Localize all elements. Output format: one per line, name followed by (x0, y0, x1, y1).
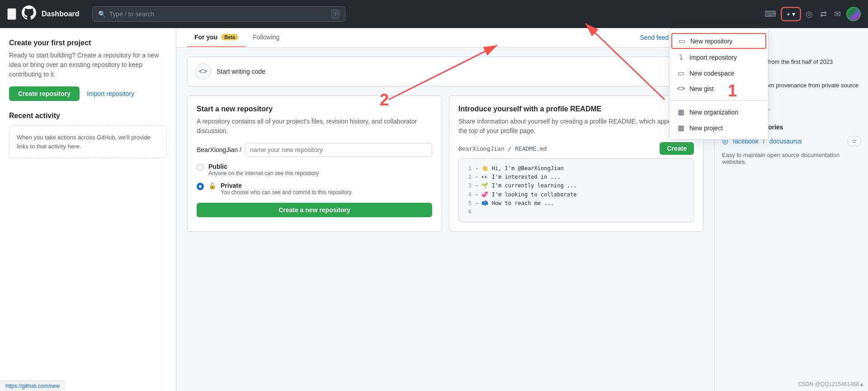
new-repo-card: Start a new repository A repository cont… (187, 95, 442, 232)
code-line: 4- 💞️ I'm looking to collaborate (464, 191, 688, 199)
visibility-radio-group: Public Anyone on the internet can see th… (197, 163, 432, 196)
sidebar: Create your first project Ready to start… (0, 28, 176, 391)
explore-repo-name[interactable]: docusaurus (769, 138, 802, 145)
private-radio[interactable] (197, 183, 204, 190)
public-radio-item[interactable]: Public Anyone on the internet can see th… (197, 163, 432, 176)
readme-top: BearXiongJian / README.md Create (458, 142, 694, 155)
search-bar[interactable]: 🔍 Type / to search / (92, 6, 345, 22)
cards-row: Start a new repository A repository cont… (187, 95, 703, 232)
tab-following[interactable]: Following (245, 28, 287, 47)
lock-icon: 🔒 (208, 182, 216, 189)
dropdown-item-label: Import repository (689, 54, 737, 61)
create-readme-button[interactable]: Create (660, 142, 694, 155)
start-writing-code-card[interactable]: <> Start writing code (187, 57, 703, 86)
dropdown-item-icon: ▭ (678, 37, 686, 45)
line-number: 4 (464, 191, 472, 199)
dropdown-item-icon: <> (677, 85, 685, 93)
dropdown-item-import-repository[interactable]: ⤵ Import repository (670, 50, 768, 65)
header: ☰ Dashboard 🔍 Type / to search / ⌨ + ▾ ◎… (0, 0, 868, 28)
sidebar-desc: Ready to start building? Create a reposi… (9, 51, 167, 79)
line-number: 6 (464, 208, 472, 216)
dropdown-item-new-repository[interactable]: ▭ New repository (671, 33, 766, 49)
dropdown-item-icon: ▦ (677, 108, 685, 116)
line-content: - 📫 How to reach me ... (475, 199, 554, 208)
feed: <> Start writing code Start a new reposi… (176, 48, 714, 241)
line-number: 2 (464, 173, 472, 181)
notifications-button[interactable]: ◎ (804, 7, 815, 21)
github-logo[interactable] (22, 5, 36, 23)
repo-name-input[interactable] (245, 143, 432, 157)
recent-activity-title: Recent activity (9, 112, 167, 120)
plus-dropdown-button[interactable]: + ▾ (782, 8, 800, 20)
page-title: Dashboard (42, 10, 80, 18)
create-repository-button[interactable]: Create repository (9, 86, 80, 101)
code-line: 2- 👀 I'm interested in ... (464, 173, 688, 181)
readme-code-block: 1- 👋 Hi, I'm @BearXiongJian2- 👀 I'm inte… (458, 158, 694, 222)
readme-title: Introduce yourself with a profile README (458, 105, 694, 113)
readme-path: BearXiongJian / README.md (458, 145, 547, 152)
dropdown-item-label: New repository (690, 38, 732, 45)
new-repo-title: Start a new repository (197, 105, 432, 113)
line-content: - 👋 Hi, I'm @BearXiongJian (475, 164, 564, 173)
code-line: 6 (464, 208, 688, 216)
line-content: - 👀 I'm interested in ... (475, 173, 560, 181)
explore-items: ◎ facebook / docusaurus ☆ Easy to mainta… (722, 136, 861, 165)
tab-for-you-label: For you (194, 33, 217, 41)
search-icon: 🔍 (98, 10, 106, 18)
dropdown-item-label: New organization (689, 109, 738, 116)
line-number: 5 (464, 199, 472, 208)
new-repo-desc: A repository contains all of your projec… (197, 117, 432, 136)
explore-item: ◎ facebook / docusaurus ☆ Easy to mainta… (722, 136, 861, 165)
code-icon: <> (195, 63, 211, 80)
tab-following-label: Following (253, 33, 279, 41)
avatar-button[interactable] (846, 7, 861, 21)
inbox-button[interactable]: ✉ (832, 7, 843, 21)
main-content: For you Beta Following Send feedback Fil… (176, 28, 714, 391)
terminal-button[interactable]: ⌨ (763, 7, 778, 21)
dropdown-menu: ▭ New repository ⤵ Import repository ▭ N… (669, 28, 769, 140)
dropdown-item-icon: ⤵ (677, 53, 685, 62)
watermark: CSDN @QQ1215461468▲ (798, 381, 864, 387)
dropdown-item-new-gist[interactable]: <> New gist (670, 81, 768, 96)
code-line: 3- 🌱 I'm currently learning ... (464, 181, 688, 190)
tabs-bar: For you Beta Following Send feedback Fil… (176, 28, 714, 48)
create-new-repo-button[interactable]: Create a new repository (197, 203, 432, 217)
header-actions: ⌨ + ▾ ◎ ⇄ ✉ (763, 7, 861, 21)
line-number: 3 (464, 181, 472, 190)
dropdown-item-icon: ▭ (677, 69, 685, 77)
dropdown-item-label: New codespace (689, 70, 735, 77)
tab-beta-badge: Beta (221, 34, 238, 40)
code-line: 5- 📫 How to reach me ... (464, 199, 688, 208)
private-radio-desc: You choose who can see and commit to thi… (221, 189, 352, 196)
dropdown-item-new-codespace[interactable]: ▭ New codespace (670, 65, 768, 81)
sidebar-section-title: Create your first project (9, 39, 167, 47)
explore-star-button[interactable]: ☆ (848, 136, 861, 146)
dropdown-item-label: New gist (689, 85, 714, 92)
dropdown-item-new-organization[interactable]: ▦ New organization (670, 104, 768, 120)
public-radio-label: Public (208, 163, 319, 170)
dropdown-item-icon: ▦ (677, 124, 685, 132)
start-coding-label: Start writing code (217, 68, 265, 75)
repo-name-row: BearXiongJian / (197, 143, 432, 157)
readme-desc: Share information about yourself by crea… (458, 117, 694, 136)
readme-card: Introduce yourself with a profile README… (449, 95, 703, 232)
public-radio-desc: Anyone on the internet can see this repo… (208, 170, 319, 176)
plus-icon: + (787, 10, 790, 18)
import-repository-link[interactable]: Import repository (87, 90, 134, 97)
recent-activity-empty: When you take actions across GitHub, we'… (9, 125, 167, 158)
dropdown-item-new-project[interactable]: ▦ New project (670, 120, 768, 136)
hamburger-button[interactable]: ☰ (7, 8, 16, 20)
avatar (847, 8, 860, 20)
code-line: 1- 👋 Hi, I'm @BearXiongJian (464, 164, 688, 173)
statusbar-url: https://github.com/new (5, 383, 60, 389)
search-placeholder: Type / to search (109, 10, 328, 18)
pullrequests-button[interactable]: ⇄ (818, 7, 829, 21)
line-number: 1 (464, 164, 472, 173)
repo-prefix: BearXiongJian / (197, 146, 241, 153)
tab-for-you[interactable]: For you Beta (187, 28, 245, 47)
private-radio-item[interactable]: 🔒 Private You choose who can see and com… (197, 182, 432, 196)
dropdown-item-label: New project (689, 124, 723, 132)
dropdown-divider (670, 100, 768, 100)
line-content: - 💞️ I'm looking to collaborate (475, 191, 577, 199)
public-radio[interactable] (197, 164, 204, 171)
